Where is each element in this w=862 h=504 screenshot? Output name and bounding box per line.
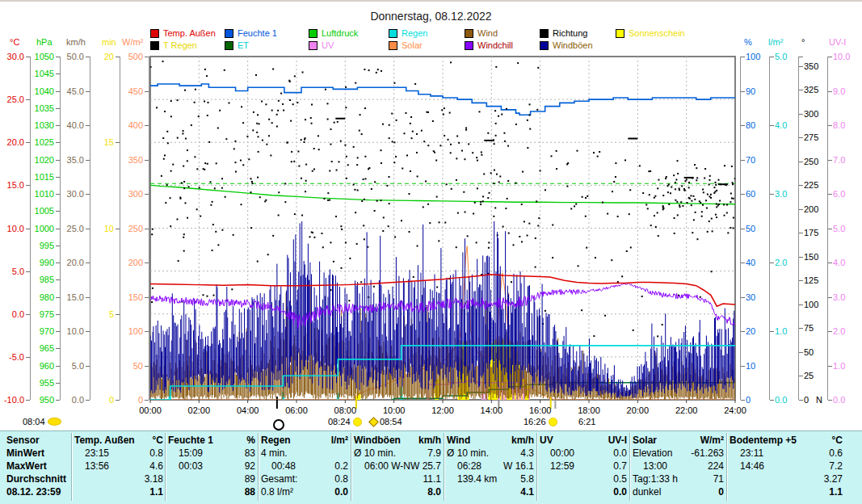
table-cell-label: 0.8 l/m² [261,486,293,499]
axis-label-wm2: 500 [116,52,143,61]
axis-label-min: 0 [86,396,114,405]
axis-label-hpa: 980 [27,293,54,302]
axis-tick-kmh [86,331,90,332]
legend-item-sonnenschein: Sonnenschein [616,28,685,38]
axis-tick-deg [799,400,803,401]
table-header: SolarW/m² [633,435,724,447]
axis-tick-wm2 [145,57,149,57]
axis-tick-kmh [86,366,90,367]
table-column-sensor: SensorMinWertMaxWertDurchschnitt08.12. 2… [6,435,71,499]
table-cell-label: 06:28 [447,460,481,473]
axis-tick-kmh [86,194,90,195]
axis-label-hpa: 1015 [27,173,54,182]
axis-label-deg: 250 [804,158,835,166]
table-header: Regenl/m² [261,435,348,447]
table-header: Windkm/h [447,435,534,447]
table-column-divider [351,433,352,501]
x-tick-label: 06:00 [279,405,314,415]
axis-tick-uv [828,400,832,401]
table-cell-value: 1.1 [829,486,843,499]
table-cell-value: 0.0 [334,486,348,499]
axis-label-kmh: 5.0 [57,362,84,371]
table-cell-label: 00:03 [168,460,203,473]
x-tick-label: 02:00 [181,405,217,415]
table-cell-value: 7.9 [427,447,441,460]
table-cell-value: 0.7 [613,460,627,473]
axis-label-hpa: 1010 [27,190,54,199]
table-cell-value: W-NW 25.7 [391,460,441,473]
table-column-divider [165,433,166,501]
table-cell-label: 23:11 [730,447,763,460]
table-row: 13:564.6 [74,460,163,473]
axis-tick-deg [799,90,803,90]
table-column-regen: Regenl/m²4 min.00:480.2Gesamt:0.80.8 l/m… [261,435,348,499]
table-column-feuchte-1: Feuchte 1%15:098300:03928988 [168,435,255,499]
table-cell-value: 0 [718,486,724,499]
axis-tick-deg [799,57,803,57]
table-cell-value: W 16.1 [503,460,534,473]
table-cell-value: 7.2 [829,460,843,473]
axis-unit-lm2: l/m² [768,38,783,47]
table-row: 0.8 l/m²0.0 [261,486,348,499]
axis-tick-lm2 [770,400,774,401]
table-cell-label: MinWert [6,447,44,460]
legend-swatch [309,29,317,38]
axis-label-wm2: 50 [116,362,143,371]
annotation-08:04: 08:04 [23,417,61,426]
legend-swatch [150,41,159,50]
table-row: 4 min. [261,447,348,460]
annotation-text: 16:26 [524,417,546,426]
legend-item-windb-en: Windböen [540,40,593,50]
axis-label-uv: 7.0 [833,156,862,165]
axis-tick-pct [741,331,745,332]
axis-tick-deg [799,328,803,329]
table-row: 88 [168,486,255,499]
annotation-text: 08:04 [23,417,45,426]
annotation-moon [273,419,284,430]
axis-tick-pct [741,229,745,229]
axis-label-uv: 0.0 [833,396,862,405]
table-cell-label: dunkel [633,486,661,499]
table-cell-value: 224 [708,460,724,473]
axis-label-deg: 100 [804,300,835,309]
axis-label-min: 15 [86,138,114,147]
annotation-08:54: 08:54 [370,417,402,426]
legend-label: Feuchte 1 [238,28,277,38]
axis-tick-pct [741,125,745,126]
axis-label-deg: 300 [804,110,835,119]
legend-item-windchill: Windchill [465,40,513,50]
axis-tick-wm2 [145,160,149,161]
table-column-windb-en: Windböenkm/hØ 10 min.7.906:00W-NW 25.711… [354,435,441,499]
legend-label: Regen [402,28,427,38]
table-cell-value: 83 [245,447,255,460]
axis-label-deg: 25 [804,372,835,380]
table-cell-value: 4.3 [520,447,534,460]
axis-label-temp: -5.0 [0,353,24,362]
axis-label-kmh: 40.0 [57,121,84,130]
axis-tick-lm2 [770,125,774,126]
axis-tick-deg [799,137,803,138]
table-cell-value: 71 [713,473,724,486]
axis-label-wm2: 150 [116,293,143,302]
axis-tick-wm2 [145,400,149,401]
axis-tick-pct [741,297,745,298]
x-tick-label: 00:00 [132,405,168,415]
axis-tick-pct [741,57,745,57]
table-row: Gesamt:0.8 [261,473,348,486]
table-row: dunkel0 [633,486,724,499]
table-row: Ø 10 min.4.3 [447,447,534,460]
table-cell-label: Durchschnitt [6,473,66,486]
axis-label-wm2: 100 [116,327,143,336]
axis-line-wm2 [149,57,149,400]
axis-unit-uv: UV-I [829,38,846,47]
axis-label-hpa: 1005 [27,207,54,216]
axis-label-lm2: 3.0 [775,190,805,199]
axis-label-kmh: 35.0 [57,156,84,165]
table-column-uv: UVUV-I00:000.012:590.70.50.0 [540,435,627,499]
legend-swatch [465,41,473,50]
axis-tick-wm2 [145,125,149,126]
x-tick-label: 22:00 [669,405,704,415]
table-column-divider [71,433,73,501]
axis-tick-kmh [86,262,90,263]
table-cell-label: 4 min. [261,447,288,460]
